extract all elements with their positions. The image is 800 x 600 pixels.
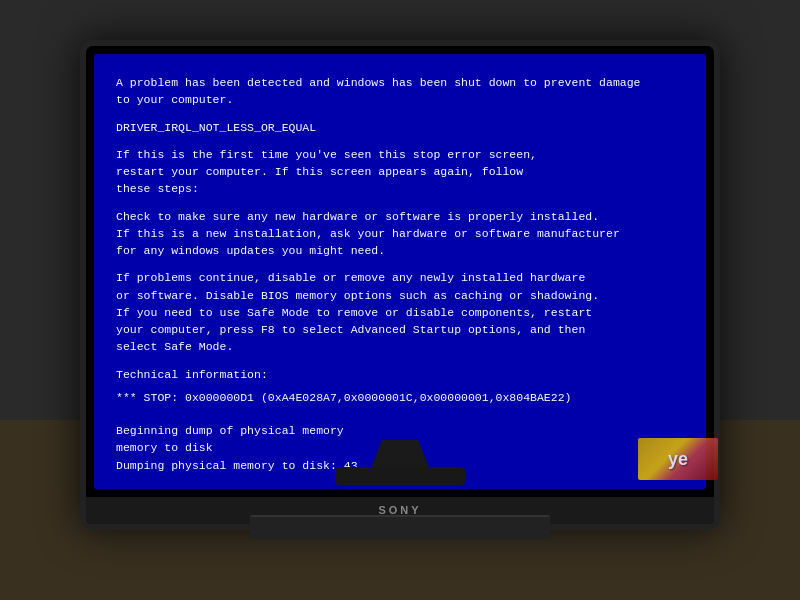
watermark-background: ye: [638, 438, 718, 480]
monitor-bezel: A problem has been detected and windows …: [86, 46, 714, 497]
bsod-dump-line-1: Beginning dump of physical memory: [116, 422, 684, 439]
bsod-blank-2: [116, 136, 684, 146]
monitor-base: [335, 467, 465, 485]
bsod-line-1: A problem has been detected and windows …: [116, 74, 684, 91]
bsod-stop-code: *** STOP: 0x000000D1 (0xA4E028A7,0x00000…: [116, 389, 684, 406]
bsod-line-13: your computer, press F8 to select Advanc…: [116, 321, 684, 338]
watermark-text: ye: [668, 449, 688, 470]
bsod-blank-1: [116, 109, 684, 119]
bsod-blank-4: [116, 259, 684, 269]
bsod-blank-7: [116, 406, 684, 416]
bsod-line-5: restart your computer. If this screen ap…: [116, 163, 684, 180]
bsod-error-code: DRIVER_IRQL_NOT_LESS_OR_EQUAL: [116, 119, 684, 136]
bsod-line-8: If this is a new installation, ask your …: [116, 225, 684, 242]
bsod-line-2: to your computer.: [116, 91, 684, 108]
bsod-line-7: Check to make sure any new hardware or s…: [116, 208, 684, 225]
bsod-technical-info: Technical information:: [116, 366, 684, 383]
bsod-line-6: these steps:: [116, 180, 684, 197]
bsod-line-4: If this is the first time you've seen th…: [116, 146, 684, 163]
bsod-line-10: If problems continue, disable or remove …: [116, 269, 684, 286]
bsod-line-12: If you need to use Safe Mode to remove o…: [116, 304, 684, 321]
bsod-line-9: for any windows updates you might need.: [116, 242, 684, 259]
bsod-line-11: or software. Disable BIOS memory options…: [116, 287, 684, 304]
bsod-content: A problem has been detected and windows …: [116, 74, 684, 474]
bsod-blank-5: [116, 356, 684, 366]
keyboard-outline: [250, 515, 550, 540]
watermark-overlay: ye: [638, 438, 718, 480]
bsod-screen: A problem has been detected and windows …: [94, 54, 706, 489]
bsod-blank-3: [116, 198, 684, 208]
room-background: A problem has been detected and windows …: [0, 0, 800, 600]
bsod-line-14: select Safe Mode.: [116, 338, 684, 355]
